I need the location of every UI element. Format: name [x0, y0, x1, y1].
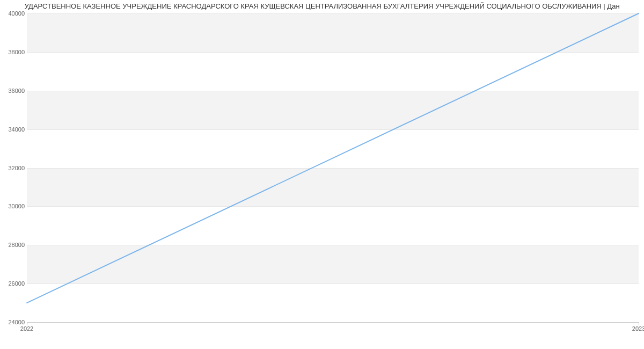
line-layer: [27, 13, 639, 322]
y-tick-label: 34000: [2, 126, 25, 133]
y-tick-label: 26000: [2, 280, 25, 287]
x-tick-label: 2023: [632, 325, 644, 332]
x-tick-label: 2022: [20, 325, 33, 332]
y-tick-label: 30000: [2, 203, 25, 209]
plot-area: [27, 13, 639, 322]
y-tick-label: 32000: [2, 165, 25, 171]
y-tick-label: 24000: [2, 319, 25, 325]
series-line: [27, 13, 639, 303]
chart-title: УДАРСТВЕННОЕ КАЗЕННОЕ УЧРЕЖДЕНИЕ КРАСНОД…: [0, 2, 644, 10]
y-tick-label: 40000: [2, 10, 25, 17]
y-tick-label: 36000: [2, 88, 25, 94]
x-axis-line: [27, 322, 639, 323]
y-tick-label: 38000: [2, 49, 25, 55]
x-tick-mark: [27, 322, 27, 325]
y-tick-label: 28000: [2, 242, 25, 248]
x-tick-mark: [639, 322, 639, 325]
chart-container: УДАРСТВЕННОЕ КАЗЕННОЕ УЧРЕЖДЕНИЕ КРАСНОД…: [0, 0, 644, 349]
